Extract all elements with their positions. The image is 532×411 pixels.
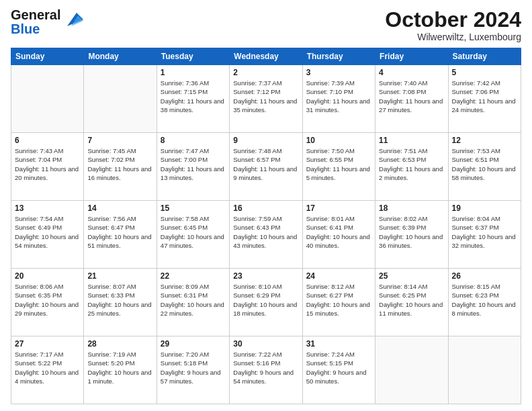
cell-3-4: 16Sunrise: 7:59 AM Sunset: 6:43 PM Dayli… [230,201,302,269]
cell-3-1: 13Sunrise: 7:54 AM Sunset: 6:49 PM Dayli… [11,201,84,269]
header: General Blue October 2024 Wilwerwiltz, L… [11,8,521,42]
day-info: Sunrise: 7:59 AM Sunset: 6:43 PM Dayligh… [233,214,298,250]
day-number: 28 [87,339,152,349]
day-info: Sunrise: 8:04 AM Sunset: 6:37 PM Dayligh… [452,214,517,250]
day-info: Sunrise: 7:24 AM Sunset: 5:15 PM Dayligh… [306,350,371,385]
logo: General Blue [11,8,83,36]
day-number: 10 [306,136,371,145]
day-number: 15 [161,203,226,213]
day-number: 3 [306,68,371,77]
day-info: Sunrise: 7:37 AM Sunset: 7:12 PM Dayligh… [233,79,298,114]
col-header-thursday: Thursday [302,48,375,65]
cell-2-7: 12Sunrise: 7:53 AM Sunset: 6:51 PM Dayli… [448,133,521,201]
day-number: 18 [379,203,444,213]
day-number: 8 [161,136,226,145]
cell-4-1: 20Sunrise: 8:06 AM Sunset: 6:35 PM Dayli… [11,269,84,336]
day-number: 26 [452,271,517,281]
day-info: Sunrise: 7:40 AM Sunset: 7:08 PM Dayligh… [379,79,444,114]
cell-5-1: 27Sunrise: 7:17 AM Sunset: 5:22 PM Dayli… [11,336,84,404]
week-row-3: 13Sunrise: 7:54 AM Sunset: 6:49 PM Dayli… [11,201,521,269]
day-number: 31 [306,339,371,349]
day-info: Sunrise: 8:02 AM Sunset: 6:39 PM Dayligh… [379,214,444,250]
cell-1-3: 1Sunrise: 7:36 AM Sunset: 7:15 PM Daylig… [157,65,229,133]
title-area: October 2024 Wilwerwiltz, Luxembourg [385,8,521,42]
day-number: 4 [379,68,444,77]
day-number: 21 [87,271,152,281]
day-info: Sunrise: 7:36 AM Sunset: 7:15 PM Dayligh… [161,79,226,114]
day-number: 16 [233,203,298,213]
day-number: 27 [15,339,80,349]
day-number: 20 [15,271,80,281]
day-info: Sunrise: 7:42 AM Sunset: 7:06 PM Dayligh… [452,79,517,114]
col-header-wednesday: Wednesday [230,48,302,65]
day-info: Sunrise: 7:45 AM Sunset: 7:02 PM Dayligh… [87,146,152,182]
day-number: 11 [379,136,444,145]
cell-5-7 [448,336,521,404]
day-number: 13 [15,203,80,213]
day-info: Sunrise: 7:54 AM Sunset: 6:49 PM Dayligh… [15,214,80,250]
day-info: Sunrise: 7:51 AM Sunset: 6:53 PM Dayligh… [379,146,444,182]
col-header-sunday: Sunday [11,48,84,65]
day-number: 22 [161,271,226,281]
cell-1-1 [11,65,84,133]
cell-3-6: 18Sunrise: 8:02 AM Sunset: 6:39 PM Dayli… [375,201,448,269]
cell-1-2 [84,65,157,133]
cell-5-6 [375,336,448,404]
day-number: 7 [87,136,152,145]
cell-2-5: 10Sunrise: 7:50 AM Sunset: 6:55 PM Dayli… [302,133,375,201]
day-info: Sunrise: 8:01 AM Sunset: 6:41 PM Dayligh… [306,214,371,250]
day-number: 24 [306,271,371,281]
day-info: Sunrise: 7:47 AM Sunset: 7:00 PM Dayligh… [161,146,226,182]
day-number: 17 [306,203,371,213]
cell-3-3: 15Sunrise: 7:58 AM Sunset: 6:45 PM Dayli… [157,201,229,269]
week-row-2: 6Sunrise: 7:43 AM Sunset: 7:04 PM Daylig… [11,133,521,201]
cell-3-7: 19Sunrise: 8:04 AM Sunset: 6:37 PM Dayli… [448,201,521,269]
cell-2-3: 8Sunrise: 7:47 AM Sunset: 7:00 PM Daylig… [157,133,229,201]
logo-blue: Blue [11,21,40,36]
day-number: 5 [452,68,517,77]
cell-1-4: 2Sunrise: 7:37 AM Sunset: 7:12 PM Daylig… [230,65,302,133]
day-number: 29 [161,339,226,349]
logo-general: General [11,7,60,22]
day-info: Sunrise: 7:20 AM Sunset: 5:18 PM Dayligh… [161,350,226,385]
cell-5-3: 29Sunrise: 7:20 AM Sunset: 5:18 PM Dayli… [157,336,229,404]
cell-4-3: 22Sunrise: 8:09 AM Sunset: 6:31 PM Dayli… [157,269,229,336]
day-info: Sunrise: 7:58 AM Sunset: 6:45 PM Dayligh… [161,214,226,250]
col-header-tuesday: Tuesday [157,48,229,65]
cell-2-6: 11Sunrise: 7:51 AM Sunset: 6:53 PM Dayli… [375,133,448,201]
cell-2-2: 7Sunrise: 7:45 AM Sunset: 7:02 PM Daylig… [84,133,157,201]
day-number: 25 [379,271,444,281]
logo-icon [62,10,83,29]
day-info: Sunrise: 7:56 AM Sunset: 6:47 PM Dayligh… [87,214,152,250]
day-info: Sunrise: 8:06 AM Sunset: 6:35 PM Dayligh… [15,282,80,318]
cell-4-2: 21Sunrise: 8:07 AM Sunset: 6:33 PM Dayli… [84,269,157,336]
week-row-5: 27Sunrise: 7:17 AM Sunset: 5:22 PM Dayli… [11,336,521,404]
day-number: 23 [233,271,298,281]
cell-4-6: 25Sunrise: 8:14 AM Sunset: 6:25 PM Dayli… [375,269,448,336]
cell-4-5: 24Sunrise: 8:12 AM Sunset: 6:27 PM Dayli… [302,269,375,336]
day-info: Sunrise: 7:50 AM Sunset: 6:55 PM Dayligh… [306,146,371,182]
cell-1-7: 5Sunrise: 7:42 AM Sunset: 7:06 PM Daylig… [448,65,521,133]
cell-4-4: 23Sunrise: 8:10 AM Sunset: 6:29 PM Dayli… [230,269,302,336]
day-number: 2 [233,68,298,77]
day-number: 12 [452,136,517,145]
cell-4-7: 26Sunrise: 8:15 AM Sunset: 6:23 PM Dayli… [448,269,521,336]
col-header-monday: Monday [84,48,157,65]
day-info: Sunrise: 7:22 AM Sunset: 5:16 PM Dayligh… [233,350,298,385]
week-row-1: 1Sunrise: 7:36 AM Sunset: 7:15 PM Daylig… [11,65,521,133]
day-number: 19 [452,203,517,213]
day-info: Sunrise: 7:48 AM Sunset: 6:57 PM Dayligh… [233,146,298,182]
day-number: 30 [233,339,298,349]
day-info: Sunrise: 8:12 AM Sunset: 6:27 PM Dayligh… [306,282,371,318]
cell-1-6: 4Sunrise: 7:40 AM Sunset: 7:08 PM Daylig… [375,65,448,133]
day-number: 6 [15,136,80,145]
calendar-table: SundayMondayTuesdayWednesdayThursdayFrid… [11,48,521,404]
week-row-4: 20Sunrise: 8:06 AM Sunset: 6:35 PM Dayli… [11,269,521,336]
day-info: Sunrise: 7:17 AM Sunset: 5:22 PM Dayligh… [15,350,80,385]
day-info: Sunrise: 7:53 AM Sunset: 6:51 PM Dayligh… [452,146,517,182]
day-number: 14 [87,203,152,213]
day-info: Sunrise: 8:07 AM Sunset: 6:33 PM Dayligh… [87,282,152,318]
page: General Blue October 2024 Wilwerwiltz, L… [0,0,532,411]
day-info: Sunrise: 8:14 AM Sunset: 6:25 PM Dayligh… [379,282,444,318]
location: Wilwerwiltz, Luxembourg [385,32,521,42]
